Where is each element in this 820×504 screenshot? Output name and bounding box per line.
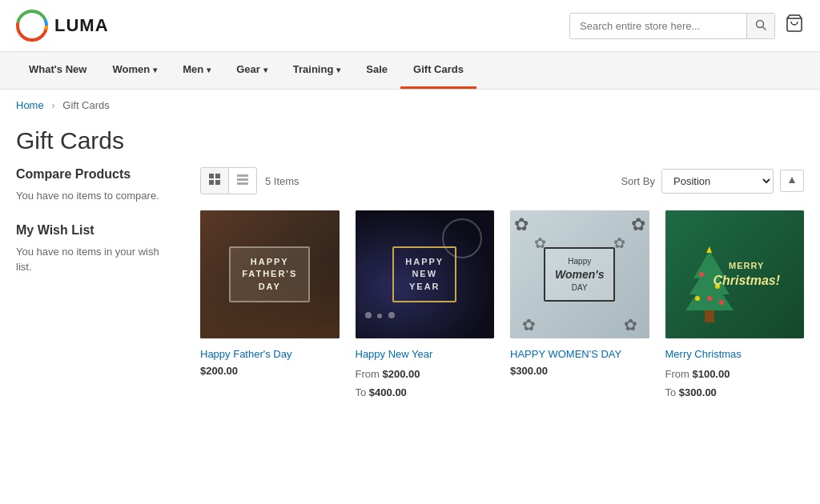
cart-button[interactable] [785,14,804,38]
search-icon [755,19,766,30]
product-price: $200.00 [200,365,340,377]
nav-link-men[interactable]: Men▾ [170,52,223,86]
chevron-down-icon: ▾ [153,66,157,74]
nav-item-gift-cards: Gift Cards [400,52,476,89]
chevron-down-icon: ▾ [336,66,340,74]
items-count: 5 Items [265,175,299,187]
svg-rect-11 [237,174,248,177]
products-grid: HAPPY FATHER'S DAY Happy Father's Day $2… [200,210,804,402]
svg-rect-13 [237,182,248,185]
nav-item-training: Training▾ [280,52,354,89]
wishlist-section: My Wish List You have no items in your w… [16,223,176,275]
nav-item-sale: Sale [353,52,400,89]
main-nav: What's New Women▾ Men▾ Gear▾ Training▾ S… [0,52,820,90]
sidebar: Compare Products You have no items to co… [16,167,176,402]
product-card: MERRY Christmas! Merry Christmas From $1… [665,210,805,402]
logo-icon [16,10,48,42]
product-name-link[interactable]: HAPPY WOMEN'S DAY [510,348,649,360]
svg-point-20 [707,296,712,301]
product-name-link[interactable]: Merry Christmas [665,348,805,360]
cart-icon [785,14,804,33]
sort-direction-button[interactable] [780,170,804,192]
nav-link-women[interactable]: Women▾ [99,52,170,86]
svg-rect-9 [209,180,214,185]
chevron-down-icon: ▾ [263,66,267,74]
svg-line-5 [763,26,766,30]
toolbar-right: Sort By Position Product Name Price [621,169,804,194]
product-name-link[interactable]: Happy Father's Day [200,348,340,360]
chevron-down-icon: ▾ [207,66,211,74]
svg-rect-8 [215,174,220,178]
sort-select[interactable]: Position Product Name Price [661,169,774,194]
product-price: From $100.00 To $300.00 [665,365,805,402]
nav-item-women: Women▾ [99,52,170,89]
wishlist-empty: You have no items in your wish list. [16,244,176,275]
view-toggle [200,167,257,194]
product-price: From $200.00 To $400.00 [356,365,495,402]
sort-label: Sort By [621,175,655,187]
nav-list: What's New Women▾ Men▾ Gear▾ Training▾ S… [0,52,820,89]
search-input[interactable] [570,14,746,38]
nav-item-whats-new: What's New [16,52,99,89]
svg-rect-10 [215,180,220,185]
grid-view-button[interactable] [201,168,229,194]
toolbar-left: 5 Items [200,167,299,194]
breadcrumb: Home › Gift Cards [0,90,820,121]
product-image[interactable]: MERRY Christmas! [665,210,805,338]
compare-products-empty: You have no items to compare. [16,188,176,204]
page-title: Gift Cards [16,127,804,154]
svg-rect-17 [705,310,714,322]
nav-item-gear: Gear▾ [223,52,280,89]
product-card: HAPPY FATHER'S DAY Happy Father's Day $2… [200,210,340,402]
header-right [569,13,804,39]
svg-rect-12 [237,178,248,181]
main-content: 5 Items Sort By Position Product Name Pr… [200,167,804,402]
svg-point-18 [699,272,704,277]
page-layout: Compare Products You have no items to co… [0,167,820,426]
sort-asc-icon [787,175,797,185]
breadcrumb-separator: › [51,99,54,111]
list-icon [236,173,249,186]
toolbar: 5 Items Sort By Position Product Name Pr… [200,167,804,194]
nav-link-training[interactable]: Training▾ [280,52,354,86]
search-button[interactable] [746,14,774,38]
wishlist-title: My Wish List [16,223,176,238]
compare-products-title: Compare Products [16,167,176,182]
nav-link-sale[interactable]: Sale [353,52,400,86]
nav-link-gift-cards[interactable]: Gift Cards [400,52,476,89]
product-card: HAPPY NEW YEAR Happy New Year From $200.… [356,210,495,402]
svg-point-21 [695,296,700,301]
grid-icon [208,173,221,186]
compare-products-section: Compare Products You have no items to co… [16,167,176,204]
breadcrumb-home-link[interactable]: Home [16,99,44,111]
logo-text: LUMA [54,15,109,36]
nav-link-whats-new[interactable]: What's New [16,52,99,86]
svg-point-22 [719,300,724,305]
product-price: $300.00 [510,365,649,377]
site-header: LUMA [0,0,820,52]
list-view-button[interactable] [229,168,256,194]
logo-link[interactable]: LUMA [16,10,109,42]
product-image[interactable]: ✿ ✿ ✿ ✿ ✿ ✿ Happy Women's DAY [510,210,649,338]
svg-marker-23 [706,246,712,253]
nav-item-men: Men▾ [170,52,223,89]
product-card: ✿ ✿ ✿ ✿ ✿ ✿ Happy Women's DAY HAPPY WOME… [510,210,649,402]
product-image[interactable]: HAPPY NEW YEAR [356,210,495,338]
svg-rect-7 [209,174,214,178]
breadcrumb-current: Gift Cards [62,99,110,111]
product-image[interactable]: HAPPY FATHER'S DAY [200,210,340,338]
nav-link-gear[interactable]: Gear▾ [223,52,280,86]
search-box [569,13,775,39]
product-name-link[interactable]: Happy New Year [356,348,495,360]
